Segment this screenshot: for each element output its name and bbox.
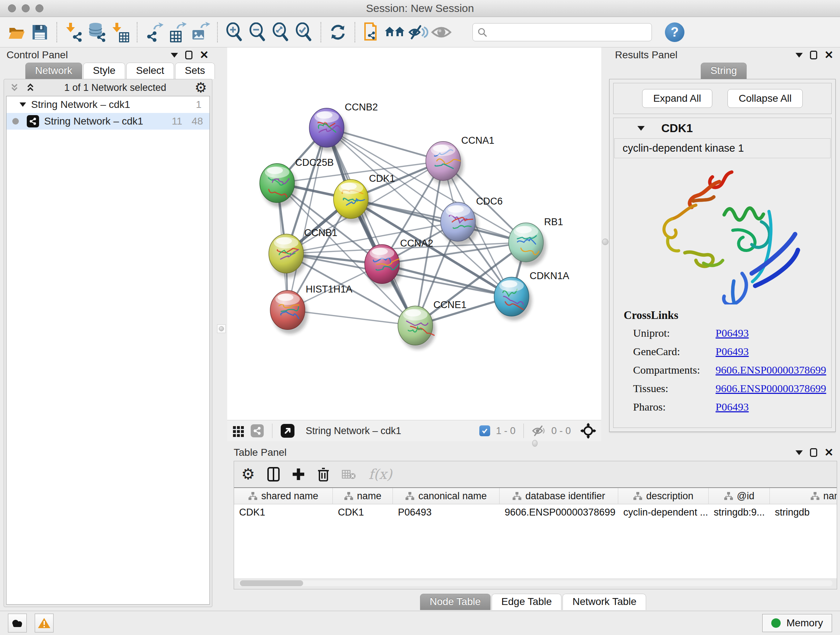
- float-panel-icon[interactable]: [810, 448, 817, 457]
- node-CCNE1[interactable]: [398, 306, 436, 349]
- left-splitter[interactable]: [215, 48, 227, 611]
- pharos-link[interactable]: P06493: [715, 401, 749, 413]
- add-column-plus-icon[interactable]: [292, 468, 305, 481]
- column-header-shared-name[interactable]: shared name: [234, 488, 333, 504]
- column-header-canonical-name[interactable]: canonical name: [393, 488, 500, 504]
- expand-all-chevron-icon[interactable]: [25, 82, 36, 93]
- genecard-link[interactable]: P06493: [715, 345, 749, 358]
- cell-canonical-name[interactable]: P06493: [393, 504, 500, 520]
- show-all-button[interactable]: [430, 21, 453, 44]
- birdseye-navigator-icon[interactable]: [280, 424, 295, 438]
- selected-checkbox-icon[interactable]: [479, 425, 490, 436]
- panel-menu-icon[interactable]: [796, 450, 803, 455]
- splitter-handle[interactable]: [217, 325, 226, 333]
- refresh-view-button[interactable]: [326, 21, 349, 44]
- zoom-in-button[interactable]: [223, 21, 246, 44]
- network-canvas[interactable]: CCNB2CCNA1CDC25BCDK1CDC6RB1CCNB1CCNA2CDK…: [227, 48, 601, 420]
- table-horizontal-scrollbar[interactable]: [238, 580, 832, 586]
- panel-menu-icon[interactable]: [171, 53, 178, 57]
- node-CDKN1A[interactable]: [494, 277, 532, 320]
- help-button[interactable]: ?: [665, 22, 684, 42]
- cell-id[interactable]: stringdb:9...: [709, 504, 770, 520]
- navigate-crosshair-icon[interactable]: [580, 423, 596, 439]
- tab-node-table[interactable]: Node Table: [420, 594, 491, 610]
- import-network-file-button[interactable]: [62, 21, 85, 44]
- column-header-database-identifier[interactable]: database identifier: [500, 488, 618, 504]
- search-field[interactable]: [472, 23, 652, 41]
- collapse-all-button[interactable]: Collapse All: [728, 89, 803, 108]
- close-panel-icon[interactable]: ✕: [824, 447, 834, 458]
- save-session-button[interactable]: [28, 21, 51, 44]
- group-houses-button[interactable]: [384, 21, 407, 44]
- tab-network[interactable]: Network: [25, 63, 82, 79]
- export-network-button[interactable]: [142, 21, 166, 44]
- export-image-button[interactable]: [189, 21, 212, 44]
- minimize-window-button[interactable]: [22, 4, 30, 12]
- cell-description[interactable]: cyclin-dependent ...: [618, 504, 709, 520]
- import-network-database-button[interactable]: [85, 21, 109, 44]
- network-collection-row[interactable]: String Network – cdk1 1: [6, 96, 210, 113]
- close-panel-icon[interactable]: ✕: [824, 50, 834, 60]
- network-badge-icon[interactable]: [250, 424, 264, 438]
- hide-selected-button[interactable]: [407, 21, 430, 44]
- float-panel-icon[interactable]: [185, 51, 193, 59]
- panel-menu-icon[interactable]: [796, 53, 803, 57]
- import-table-file-button[interactable]: [109, 21, 132, 44]
- close-panel-icon[interactable]: ✕: [200, 50, 209, 60]
- gear-icon[interactable]: ⚙: [195, 81, 207, 95]
- horizontal-splitter[interactable]: [227, 441, 840, 445]
- node-RB1[interactable]: [508, 223, 546, 266]
- node-CCNA2[interactable]: [365, 244, 402, 288]
- grid-view-icon[interactable]: [232, 424, 245, 437]
- right-splitter[interactable]: [601, 48, 608, 441]
- uniprot-link[interactable]: P06493: [715, 327, 749, 339]
- delete-column-trash-icon[interactable]: [317, 467, 330, 481]
- new-network-from-selection-button[interactable]: [360, 21, 384, 44]
- splitter-handle[interactable]: [532, 440, 538, 447]
- node-CDC25B[interactable]: [260, 164, 297, 207]
- splitter-handle[interactable]: [602, 239, 608, 245]
- scrollbar-thumb[interactable]: [240, 580, 303, 586]
- close-window-button[interactable]: [8, 4, 16, 12]
- column-header-id[interactable]: @id: [709, 488, 770, 504]
- node-CDC6[interactable]: [441, 203, 478, 246]
- zoom-fit-button[interactable]: [269, 21, 292, 44]
- tab-network-table[interactable]: Network Table: [562, 594, 646, 610]
- tab-edge-table[interactable]: Edge Table: [492, 594, 562, 610]
- column-header-name[interactable]: name: [333, 488, 393, 504]
- float-panel-icon[interactable]: [810, 51, 817, 59]
- cell-name[interactable]: CDK1: [333, 504, 393, 520]
- search-input[interactable]: [487, 26, 647, 38]
- cell-shared-name[interactable]: CDK1: [234, 504, 333, 520]
- tab-select[interactable]: Select: [126, 63, 174, 79]
- export-table-button[interactable]: [166, 21, 189, 44]
- collapse-entry-icon[interactable]: [638, 126, 645, 131]
- maximize-window-button[interactable]: [35, 4, 43, 12]
- tab-style[interactable]: Style: [83, 63, 125, 79]
- cell-namespace[interactable]: stringdb: [770, 504, 837, 520]
- tissues-link[interactable]: 9606.ENSP00000378699: [715, 382, 826, 394]
- table-settings-gear-icon[interactable]: ⚙: [241, 467, 255, 482]
- cell-database-identifier[interactable]: 9606.ENSP00000378699: [500, 504, 618, 520]
- cloud-status-button[interactable]: [8, 614, 27, 632]
- memory-button[interactable]: Memory: [762, 614, 832, 632]
- network-graph[interactable]: CCNB2CCNA1CDC25BCDK1CDC6RB1CCNB1CCNA2CDK…: [227, 48, 601, 420]
- open-session-button[interactable]: [5, 21, 28, 44]
- collapse-all-chevron-icon[interactable]: [9, 82, 20, 93]
- tab-sets[interactable]: Sets: [175, 63, 215, 79]
- node-CCNA1[interactable]: [426, 141, 463, 185]
- warnings-button[interactable]: [35, 614, 54, 632]
- column-header-namespace[interactable]: namespace: [770, 488, 837, 504]
- node-CCNB2[interactable]: [309, 108, 347, 152]
- compartments-link[interactable]: 9606.ENSP00000378699: [715, 364, 826, 376]
- expand-all-button[interactable]: Expand All: [642, 89, 712, 108]
- show-columns-icon[interactable]: [267, 467, 279, 481]
- table-row[interactable]: CDK1 CDK1 P06493 9606.ENSP00000378699 cy…: [234, 504, 837, 520]
- zoom-selected-button[interactable]: [292, 21, 316, 44]
- column-header-description[interactable]: description: [618, 488, 709, 504]
- zoom-out-button[interactable]: [246, 21, 269, 44]
- network-row[interactable]: String Network – cdk1 11 48: [6, 113, 210, 130]
- node-HIST1H1A[interactable]: [270, 290, 308, 334]
- tab-string[interactable]: String: [701, 63, 747, 79]
- node-entry-header[interactable]: CDK1: [614, 118, 831, 138]
